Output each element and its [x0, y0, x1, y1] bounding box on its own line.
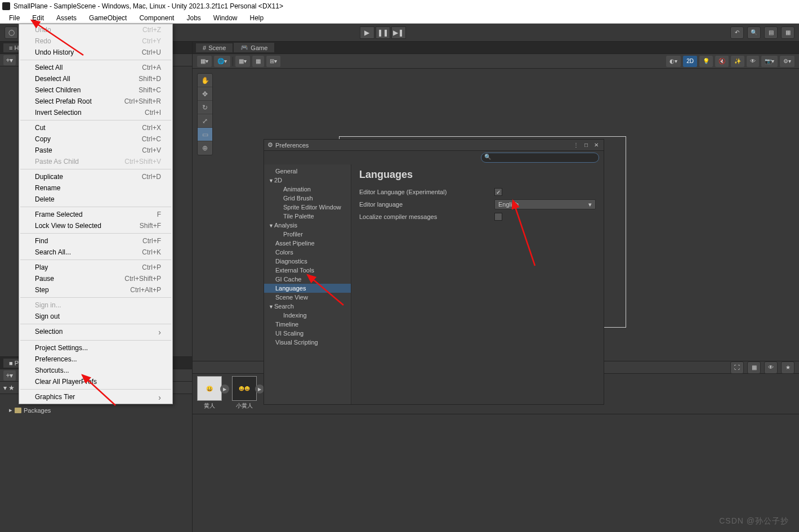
2d-toggle[interactable]: 2D — [683, 56, 697, 67]
tree-item-packages[interactable]: ▸ Packages — [2, 405, 190, 415]
menu-component[interactable]: Component — [133, 13, 180, 23]
assets-star-icon[interactable]: ★ — [781, 361, 794, 374]
increment-button[interactable]: ⊞▾ — [266, 56, 280, 67]
menu-item-clear-all-playerprefs[interactable]: Clear All PlayerPrefs — [19, 376, 172, 387]
undo-history-icon[interactable]: ↶ — [730, 26, 744, 39]
menu-item-frame-selected[interactable]: Frame SelectedF — [19, 209, 172, 220]
prefs-sidebar-sprite-editor-window[interactable]: Sprite Editor Window — [264, 203, 351, 212]
prefs-sidebar-general[interactable]: General — [264, 167, 351, 176]
assets-grid-icon[interactable]: ▦ — [747, 361, 761, 374]
search-icon[interactable]: 🔍 — [747, 26, 761, 39]
menu-item-shortcuts[interactable]: Shortcuts... — [19, 365, 172, 376]
menu-window[interactable]: Window — [208, 13, 243, 23]
hidden-button[interactable]: 👁 — [747, 56, 759, 67]
prefs-sidebar-timeline[interactable]: Timeline — [264, 320, 351, 329]
menu-item-undo-history[interactable]: Undo HistoryCtrl+U — [19, 47, 172, 58]
rotate-tool[interactable]: ↻ — [198, 101, 212, 114]
menu-assets[interactable]: Assets — [51, 13, 82, 23]
play-button[interactable]: ▶ — [360, 26, 374, 39]
transform-tool[interactable]: ⊕ — [198, 141, 212, 155]
menu-help[interactable]: Help — [244, 13, 270, 23]
audio-button[interactable]: 🔇 — [715, 56, 729, 67]
menu-item-graphics-tier[interactable]: Graphics Tier — [19, 391, 172, 404]
gizmos-button[interactable]: ⚙▾ — [780, 56, 794, 67]
prefs-sidebar-tile-palette[interactable]: Tile Palette — [264, 212, 351, 221]
editor-language-dropdown[interactable]: English ▾ — [494, 199, 596, 209]
menu-item-project-settings[interactable]: Project Settings... — [19, 342, 172, 354]
project-add-button[interactable]: +▾ — [3, 370, 16, 381]
prefs-sidebar-scene-view[interactable]: Scene View — [264, 293, 351, 302]
menu-item-select-prefab-root[interactable]: Select Prefab RootCtrl+Shift+R — [19, 96, 172, 107]
asset-item[interactable]: 😀😀▶ 小黄人 — [232, 376, 257, 410]
menu-item-selection[interactable]: Selection — [19, 326, 172, 338]
step-button[interactable]: ▶❚ — [391, 26, 406, 39]
game-tab[interactable]: 🎮 Game — [234, 43, 274, 52]
rect-tool[interactable]: ▭ — [198, 128, 212, 141]
menu-item-sign-out[interactable]: Sign out — [19, 311, 172, 322]
prefs-sidebar-languages[interactable]: Languages — [264, 284, 351, 293]
localize-messages-checkbox[interactable]: ✓ — [494, 213, 502, 221]
menu-item-search-all[interactable]: Search All...Ctrl+K — [19, 247, 172, 258]
menu-file[interactable]: File — [3, 13, 25, 23]
prefs-sidebar-asset-pipeline[interactable]: Asset Pipeline — [264, 239, 351, 248]
prefs-sidebar-visual-scripting[interactable]: Visual Scripting — [264, 338, 351, 347]
fx-button[interactable]: ✨ — [731, 56, 744, 67]
menu-item-select-all[interactable]: Select AllCtrl+A — [19, 62, 172, 73]
layers-icon[interactable]: ▤ — [764, 26, 778, 39]
menu-item-step[interactable]: StepCtrl+Alt+P — [19, 284, 172, 296]
shading-mode-button[interactable]: ▦▾ — [197, 56, 212, 67]
menu-item-duplicate[interactable]: DuplicateCtrl+D — [19, 171, 172, 182]
prefs-sidebar-indexing[interactable]: Indexing — [264, 311, 351, 320]
editor-language-experimental-checkbox[interactable]: ✓ — [494, 188, 502, 196]
scale-tool[interactable]: ⤢ — [198, 114, 212, 128]
prefs-sidebar-analysis[interactable]: ▼Analysis — [264, 221, 351, 230]
preferences-titlebar[interactable]: ⚙ Preferences ⋮ □ ✕ — [264, 140, 604, 151]
menu-item-preferences[interactable]: Preferences... — [19, 354, 172, 365]
menu-item-select-children[interactable]: Select ChildrenShift+C — [19, 84, 172, 96]
menu-item-paste[interactable]: PasteCtrl+V — [19, 145, 172, 156]
account-icon[interactable]: ◯ — [5, 26, 18, 39]
menu-jobs[interactable]: Jobs — [181, 13, 206, 23]
move-tool[interactable]: ✥ — [198, 87, 212, 101]
assets-maximize-icon[interactable]: ⛶ — [730, 361, 744, 374]
menu-item-lock-view-to-selected[interactable]: Lock View to SelectedShift+F — [19, 220, 172, 231]
prefs-sidebar-d[interactable]: ▼2D — [264, 176, 351, 185]
menu-item-deselect-all[interactable]: Deselect AllShift+D — [19, 73, 172, 84]
assets-eye-icon[interactable]: 👁 — [764, 361, 778, 374]
maximize-icon[interactable]: □ — [582, 141, 590, 149]
scene-tab[interactable]: # Scene — [196, 43, 233, 52]
menu-item-play[interactable]: PlayCtrl+P — [19, 262, 172, 273]
hand-tool[interactable]: ✋ — [198, 74, 212, 87]
menu-item-invert-selection[interactable]: Invert SelectionCtrl+I — [19, 107, 172, 118]
menu-item-pause[interactable]: PauseCtrl+Shift+P — [19, 273, 172, 284]
menu-edit[interactable]: Edit — [26, 13, 50, 23]
draw-mode-button[interactable]: 🌐▾ — [214, 56, 230, 67]
prefs-sidebar-gi-cache[interactable]: GI Cache — [264, 275, 351, 284]
snap-button[interactable]: ▦ — [252, 56, 264, 67]
prefs-sidebar-ui-scaling[interactable]: UI Scaling — [264, 329, 351, 338]
prefs-sidebar-animation[interactable]: Animation — [264, 185, 351, 194]
camera-button[interactable]: 📷▾ — [761, 56, 778, 67]
prefs-sidebar-colors[interactable]: Colors — [264, 248, 351, 257]
prefs-sidebar-external-tools[interactable]: External Tools — [264, 266, 351, 275]
prefs-sidebar-profiler[interactable]: Profiler — [264, 230, 351, 239]
prefs-sidebar-grid-brush[interactable]: Grid Brush — [264, 194, 351, 203]
hierarchy-add-button[interactable]: +▾ — [3, 55, 16, 65]
grid-button[interactable]: ▦▾ — [235, 56, 250, 67]
prefs-sidebar-diagnostics[interactable]: Diagnostics — [264, 257, 351, 266]
asset-item[interactable]: 😀▶ 黄人 — [197, 376, 222, 410]
favorites-toggle[interactable]: ▾ ★ — [3, 384, 15, 392]
menu-item-cut[interactable]: CutCtrl+X — [19, 122, 172, 133]
prefs-sidebar-search[interactable]: ▼Search — [264, 302, 351, 311]
lighting-button[interactable]: 💡 — [699, 56, 713, 67]
menu-item-copy[interactable]: CopyCtrl+C — [19, 133, 172, 145]
layout-icon[interactable]: ▦ — [781, 26, 794, 39]
menu-gameobject[interactable]: GameObject — [83, 13, 132, 23]
visibility-button[interactable]: ◐▾ — [666, 56, 681, 67]
window-menu-icon[interactable]: ⋮ — [572, 141, 580, 149]
menu-item-rename[interactable]: Rename — [19, 182, 172, 194]
menu-item-find[interactable]: FindCtrl+F — [19, 235, 172, 247]
close-icon[interactable]: ✕ — [592, 141, 600, 149]
preferences-search-input[interactable] — [481, 153, 599, 163]
pause-button[interactable]: ❚❚ — [376, 26, 390, 39]
